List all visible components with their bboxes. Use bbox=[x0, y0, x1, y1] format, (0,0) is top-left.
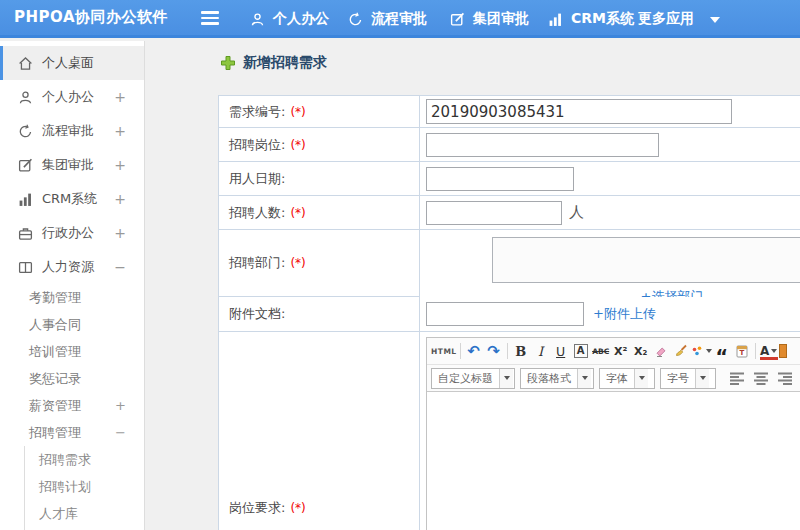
sidebar-item-label: 个人办公 bbox=[42, 88, 94, 106]
nav-crm-system[interactable]: CRM系统 bbox=[548, 0, 634, 38]
book-icon bbox=[18, 260, 33, 275]
sidebar-subitem-salary[interactable]: 薪资管理 + bbox=[0, 392, 144, 419]
sidebar-item-label: 人力资源 bbox=[42, 258, 94, 276]
expand-plus-icon[interactable]: + bbox=[114, 191, 126, 207]
font-size-select[interactable]: 字号 bbox=[660, 368, 716, 389]
sidebar-item-group-approval[interactable]: 集团审批 + bbox=[0, 148, 144, 182]
sidebar-subitem-recruitment[interactable]: 招聘管理 − bbox=[0, 419, 144, 446]
sidebar: 个人桌面 个人办公 + 流程审批 + 集团审批 + CRM系统 + 行政办公 + bbox=[0, 41, 145, 530]
sidebar-item-label: CRM系统 bbox=[42, 190, 97, 208]
nav-group-approval[interactable]: 集团审批 bbox=[450, 0, 529, 38]
nav-label: CRM系统 bbox=[571, 10, 634, 28]
edit-square-icon bbox=[450, 12, 465, 27]
sidebar-subitem-label: 招聘需求 bbox=[39, 451, 91, 469]
blockquote-icon[interactable]: “ bbox=[712, 340, 732, 362]
align-right-icon[interactable] bbox=[776, 369, 794, 387]
align-left-icon[interactable] bbox=[728, 369, 746, 387]
sidebar-item-personal-desktop[interactable]: 个人桌面 bbox=[0, 46, 144, 80]
font-color-button[interactable]: A bbox=[759, 340, 779, 362]
font-style-button[interactable]: A bbox=[574, 344, 588, 358]
sidebar-subitem-hr-contract[interactable]: 人事合同 bbox=[0, 311, 144, 338]
department-textarea[interactable] bbox=[492, 237, 800, 283]
expand-plus-icon[interactable]: + bbox=[114, 225, 126, 241]
expand-plus-icon[interactable]: + bbox=[114, 157, 126, 173]
position-input[interactable] bbox=[426, 133, 659, 157]
sidebar-item-hr[interactable]: 人力资源 − bbox=[0, 250, 144, 284]
field-label: 用人日期: bbox=[219, 162, 420, 195]
sidebar-item-admin-office[interactable]: 行政办公 + bbox=[0, 216, 144, 250]
required-mark: (*) bbox=[290, 206, 305, 220]
expand-plus-icon[interactable]: + bbox=[115, 398, 126, 413]
sidebar-item-label: 流程审批 bbox=[42, 122, 94, 140]
font-family-select[interactable]: 字体 bbox=[599, 368, 655, 389]
paragraph-format-select[interactable]: 段落格式 bbox=[520, 368, 594, 389]
caret-down-icon bbox=[695, 369, 709, 388]
nav-label: 集团审批 bbox=[473, 10, 529, 28]
nav-personal-office[interactable]: 个人办公 bbox=[250, 0, 329, 38]
undo-icon[interactable]: ↶ bbox=[464, 340, 484, 362]
superscript-button[interactable]: X² bbox=[611, 340, 631, 362]
field-label: 招聘岗位: (*) bbox=[219, 128, 420, 161]
sidebar-item-label: 个人桌面 bbox=[42, 54, 94, 72]
sidebar-subitem-talent-pool[interactable]: 人才库 bbox=[25, 500, 144, 527]
alignment-buttons bbox=[728, 369, 800, 387]
sidebar-item-workflow-approval[interactable]: 流程审批 + bbox=[0, 114, 144, 148]
collapse-minus-icon[interactable]: − bbox=[115, 425, 126, 440]
bold-button[interactable]: B bbox=[511, 340, 531, 362]
sidebar-subitem-rewards[interactable]: 奖惩记录 bbox=[0, 365, 144, 392]
top-navbar: PHPOA协同办公软件 个人办公 流程审批 集团审批 CRM系统 更多应用 bbox=[0, 0, 800, 38]
sidebar-item-personal-office[interactable]: 个人办公 + bbox=[0, 80, 144, 114]
expand-plus-icon[interactable]: + bbox=[114, 123, 126, 139]
attachment-upload-link[interactable]: +附件上传 bbox=[593, 305, 656, 323]
sidebar-subitem-attendance[interactable]: 考勤管理 bbox=[0, 284, 144, 311]
nav-label: 更多应用 bbox=[638, 10, 694, 28]
expand-plus-icon[interactable]: + bbox=[114, 89, 126, 105]
workflow-icon bbox=[18, 124, 33, 139]
field-label: 需求编号: (*) bbox=[219, 96, 420, 127]
custom-heading-select[interactable]: 自定义标题 bbox=[431, 368, 515, 389]
underline-button[interactable]: U bbox=[551, 340, 571, 362]
attachment-input[interactable] bbox=[426, 302, 584, 326]
required-mark: (*) bbox=[290, 256, 305, 270]
italic-button[interactable]: I bbox=[531, 340, 551, 362]
collapse-minus-icon[interactable]: − bbox=[114, 259, 126, 275]
html-source-button[interactable]: HTML bbox=[431, 340, 457, 362]
hire-date-input[interactable] bbox=[426, 167, 574, 191]
subscript-button[interactable]: X₂ bbox=[631, 340, 651, 362]
form-row-headcount: 招聘人数: (*) 人 bbox=[219, 196, 800, 230]
nav-label: 流程审批 bbox=[371, 10, 427, 28]
text-effects-palette-icon[interactable] bbox=[691, 340, 712, 362]
sidebar-subitem-label: 人事合同 bbox=[29, 316, 81, 334]
sidebar-subitem-recruit-request[interactable]: 招聘需求 bbox=[25, 446, 144, 473]
sidebar-item-label: 行政办公 bbox=[42, 224, 94, 242]
paste-icon[interactable]: T bbox=[732, 340, 752, 362]
redo-icon[interactable]: ↷ bbox=[484, 340, 504, 362]
sidebar-subitem-label: 考勤管理 bbox=[29, 289, 81, 307]
nav-workflow-approval[interactable]: 流程审批 bbox=[348, 0, 427, 38]
strikethrough-button[interactable]: ABC bbox=[591, 340, 611, 362]
form-row-request-number: 需求编号: (*) bbox=[219, 96, 800, 128]
person-icon bbox=[18, 90, 33, 105]
edit-square-icon bbox=[18, 158, 33, 173]
brush-icon[interactable] bbox=[671, 340, 691, 362]
editor-content-area[interactable] bbox=[427, 392, 800, 530]
sidebar-item-label: 集团审批 bbox=[42, 156, 94, 174]
align-center-icon[interactable] bbox=[752, 369, 770, 387]
headcount-input[interactable] bbox=[426, 201, 562, 225]
recruitment-submenu: 招聘需求 招聘计划 人才库 bbox=[24, 446, 144, 530]
rich-text-editor: HTML ↶ ↷ B I U A ABC X² X₂ bbox=[426, 337, 800, 530]
menu-toggle-icon[interactable] bbox=[201, 11, 219, 26]
form-row-attachment: 附件文档: +附件上传 bbox=[219, 297, 800, 332]
editor-toolbar-row1: HTML ↶ ↷ B I U A ABC X² X₂ bbox=[427, 338, 800, 364]
workflow-icon bbox=[348, 12, 363, 27]
background-color-icon[interactable] bbox=[779, 344, 787, 358]
nav-more-apps[interactable]: 更多应用 bbox=[638, 0, 694, 38]
sidebar-item-crm[interactable]: CRM系统 + bbox=[0, 182, 144, 216]
editor-toolbar-row2: 自定义标题 段落格式 字体 字号 bbox=[427, 364, 800, 392]
field-label: 岗位要求: (*) bbox=[219, 332, 420, 530]
request-number-input[interactable] bbox=[426, 99, 732, 124]
caret-down-icon[interactable] bbox=[710, 17, 720, 23]
sidebar-subitem-training[interactable]: 培训管理 bbox=[0, 338, 144, 365]
sidebar-subitem-recruit-plan[interactable]: 招聘计划 bbox=[25, 473, 144, 500]
eraser-icon[interactable] bbox=[651, 340, 671, 362]
